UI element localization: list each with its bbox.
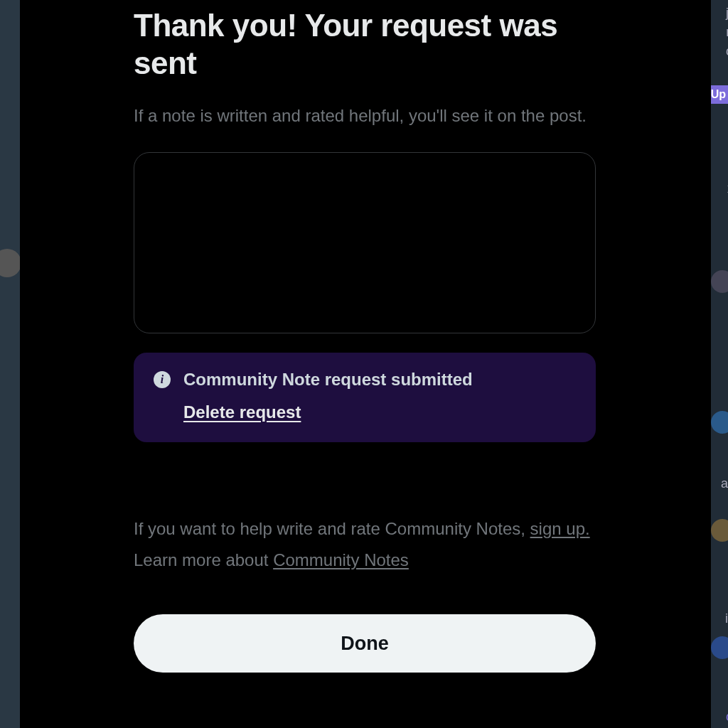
status-card: i Community Note request submitted Delet… bbox=[134, 353, 596, 442]
done-button[interactable]: Done bbox=[134, 614, 596, 673]
bg-text: ane bbox=[721, 476, 728, 491]
modal-subtitle: If a note is written and rated helpful, … bbox=[134, 104, 596, 128]
status-message: Community Note request submitted bbox=[183, 370, 473, 390]
signup-link[interactable]: sign up. bbox=[530, 519, 590, 538]
bg-avatar-icon bbox=[711, 270, 728, 293]
modal-dialog: Thank you! Your request was sent If a no… bbox=[20, 0, 711, 728]
content-box bbox=[134, 152, 596, 333]
delete-request-link[interactable]: Delete request bbox=[183, 402, 301, 422]
help-prefix: If you want to help write and rate Commu… bbox=[134, 519, 530, 538]
learn-more-text: Learn more about Community Notes bbox=[134, 548, 596, 572]
help-text: If you want to help write and rate Commu… bbox=[134, 517, 596, 541]
background-left bbox=[0, 0, 20, 728]
modal-content: Thank you! Your request was sent If a no… bbox=[134, 0, 596, 673]
bg-avatar-icon bbox=[711, 519, 728, 542]
info-icon: i bbox=[154, 371, 171, 388]
status-row: i Community Note request submitted bbox=[154, 370, 576, 390]
info-glyph: i bbox=[161, 374, 164, 385]
bg-text: igh bbox=[725, 611, 728, 626]
learn-prefix: Learn more about bbox=[134, 550, 273, 569]
bg-avatar-icon bbox=[711, 636, 728, 659]
bg-badge: Up bbox=[711, 85, 728, 104]
background-right: joy r Y oly Up xp el ne an ane as utt ig… bbox=[711, 0, 728, 728]
community-notes-link[interactable]: Community Notes bbox=[273, 550, 409, 569]
modal-title: Thank you! Your request was sent bbox=[134, 0, 596, 82]
bg-avatar-icon bbox=[711, 411, 728, 434]
